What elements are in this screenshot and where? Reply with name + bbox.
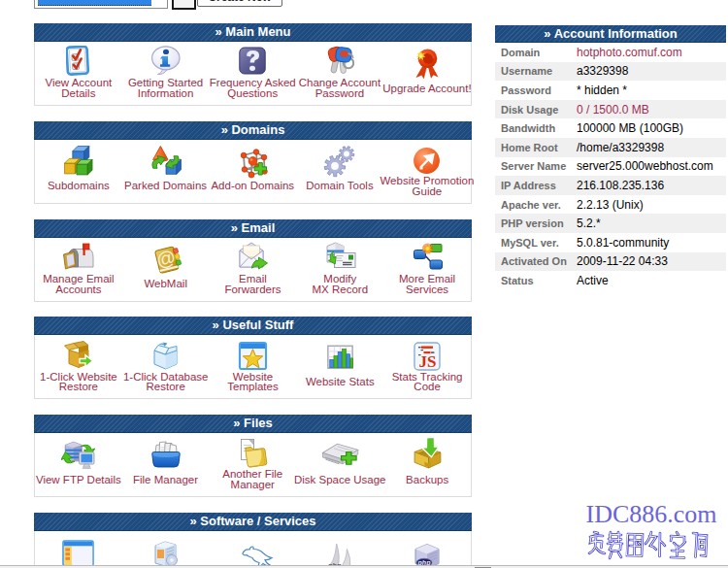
svg-text:JS: JS bbox=[419, 352, 437, 371]
